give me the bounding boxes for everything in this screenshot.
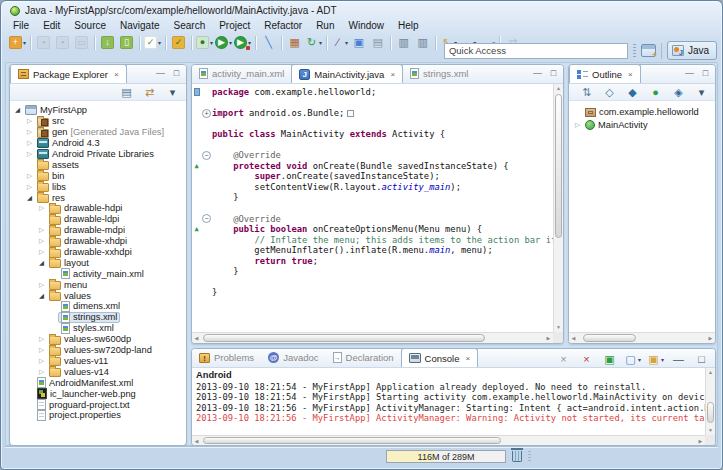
- tree-item-values-v11[interactable]: ▷values-v11: [10, 355, 186, 366]
- dropdown-arrow-icon[interactable]: ▾: [23, 39, 26, 46]
- display-console-icon[interactable]: ▢▾: [624, 351, 641, 368]
- close-icon[interactable]: ×: [628, 70, 633, 79]
- scroll-left-icon[interactable]: ◀: [192, 333, 201, 343]
- android-lint-icon[interactable]: ✓: [170, 34, 187, 51]
- menu-project[interactable]: Project: [212, 19, 257, 32]
- outline-item-mainactivity[interactable]: ▷MainActivity: [569, 118, 715, 131]
- maximize-icon[interactable]: □: [171, 67, 182, 79]
- coverage-icon[interactable]: ↻▾: [305, 34, 322, 51]
- dropdown-arrow-icon[interactable]: ▾: [319, 39, 322, 46]
- collapsed-arrow-icon[interactable]: ▷: [25, 150, 34, 158]
- scroll-up-icon[interactable]: ▲: [554, 84, 563, 93]
- scroll-right-icon[interactable]: ▶: [544, 333, 553, 343]
- fold-column[interactable]: −: [201, 214, 212, 223]
- collapsed-arrow-icon[interactable]: ▷: [37, 357, 46, 365]
- console-horizontal-scrollbar[interactable]: ◀ ▶: [192, 435, 705, 445]
- debug-icon[interactable]: ●▾: [196, 34, 213, 51]
- remove-all-launches-icon[interactable]: ×: [578, 351, 595, 368]
- scroll-down-icon[interactable]: ▼: [706, 426, 715, 435]
- collapsed-arrow-icon[interactable]: ▷: [25, 172, 34, 180]
- tree-item-gen[interactable]: ▷gen[Generated Java Files]: [10, 127, 186, 138]
- menu-edit[interactable]: Edit: [36, 19, 67, 32]
- android-sdk-manager-icon[interactable]: ↓: [99, 34, 116, 51]
- scroll-right-icon[interactable]: ▶: [696, 436, 705, 445]
- tree-item-android-4-3[interactable]: ▷Android 4.3: [10, 138, 186, 149]
- fold-collapse-icon[interactable]: −: [202, 151, 211, 160]
- fold-column[interactable]: +: [201, 109, 212, 118]
- tree-item-res[interactable]: ◢res: [10, 192, 186, 203]
- expanded-arrow-icon[interactable]: ◢: [25, 194, 34, 202]
- scrollbar-thumb[interactable]: [707, 402, 714, 423]
- maximize-icon[interactable]: □: [700, 67, 711, 79]
- collapsed-arrow-icon[interactable]: ▷: [25, 183, 34, 191]
- collapsed-arrow-icon[interactable]: ▷: [37, 248, 46, 256]
- minimize-icon[interactable]: —: [155, 67, 166, 79]
- dropdown-arrow-icon[interactable]: ▾: [248, 39, 251, 46]
- collapse-all-icon[interactable]: ▤: [118, 84, 135, 101]
- tab-mainactivity-java[interactable]: MainActivity.java×: [291, 64, 403, 83]
- tab-problems[interactable]: Problems: [192, 348, 261, 367]
- tree-item-menu[interactable]: ▷menu: [10, 279, 186, 290]
- outline-item-com-example-helloworld[interactable]: com.example.helloworld: [569, 105, 715, 118]
- collapsed-arrow-icon[interactable]: ▷: [37, 346, 46, 354]
- scrollbar-thumb[interactable]: [555, 94, 562, 238]
- expanded-arrow-icon[interactable]: ◢: [37, 259, 46, 267]
- fold-expand-icon[interactable]: +: [202, 109, 211, 118]
- collapsed-region-icon[interactable]: [347, 110, 354, 117]
- code-area[interactable]: package com.example.helloworld;+import a…: [192, 84, 553, 332]
- tasks-icon[interactable]: ▤: [369, 34, 386, 51]
- expanded-arrow-icon[interactable]: ◢: [13, 106, 22, 114]
- tab-package-explorer[interactable]: Package Explorer ×: [10, 64, 127, 83]
- fold-column[interactable]: −: [201, 151, 212, 160]
- menu-navigate[interactable]: Navigate: [113, 19, 166, 32]
- hide-static-icon[interactable]: ◆: [624, 84, 641, 101]
- dropdown-arrow-icon[interactable]: ▾: [661, 356, 664, 363]
- hide-fields-icon[interactable]: ◇: [601, 84, 618, 101]
- console-vertical-scrollbar[interactable]: ▲ ▼: [705, 368, 715, 435]
- collapsed-arrow-icon[interactable]: ▷: [25, 117, 34, 125]
- tree-item-styles-xml[interactable]: styles.xml: [10, 323, 186, 334]
- collapsed-arrow-icon[interactable]: ▷: [25, 139, 34, 147]
- editor-vertical-scrollbar[interactable]: ▲ ▼: [553, 84, 563, 332]
- tab-outline[interactable]: Outline ×: [569, 64, 641, 83]
- dropdown-arrow-icon[interactable]: ▾: [638, 356, 641, 363]
- minimize-icon[interactable]: —: [670, 351, 687, 368]
- open-perspective-icon[interactable]: [641, 44, 656, 57]
- toolbar-drag-handle[interactable]: [633, 44, 636, 58]
- garbage-collect-icon[interactable]: [512, 451, 522, 462]
- dropdown-arrow-icon[interactable]: ▾: [210, 39, 213, 46]
- java-perspective-button[interactable]: Java: [667, 41, 717, 60]
- avd-manager-icon[interactable]: ▯: [118, 34, 135, 51]
- menu-help[interactable]: Help: [391, 19, 426, 32]
- tree-item-libs[interactable]: ▷libs: [10, 181, 186, 192]
- console-output[interactable]: Android 2013-09-10 18:21:54 - MyFirstApp…: [192, 368, 705, 435]
- tree-item-layout[interactable]: ◢layout: [10, 257, 186, 268]
- tab-activity-main-xml[interactable]: activity_main.xml: [192, 64, 291, 83]
- tree-item-dimens-xml[interactable]: dimens.xml: [10, 301, 186, 312]
- pin-console-icon[interactable]: ▣: [601, 351, 618, 368]
- minimize-icon[interactable]: —: [532, 67, 543, 79]
- hide-non-public-icon[interactable]: ●: [647, 84, 664, 101]
- tree-item-drawable-mdpi[interactable]: ▷drawable-mdpi: [10, 225, 186, 236]
- view-menu-icon[interactable]: ▾: [693, 84, 710, 101]
- scroll-left-icon[interactable]: ◀: [569, 333, 578, 343]
- verify-check-icon[interactable]: ✓▾: [144, 34, 161, 51]
- run-icon[interactable]: ▶▾: [215, 34, 232, 51]
- tree-item-myfirstapp[interactable]: ◢MyFirstApp: [10, 105, 186, 116]
- skip-breakpoints-icon[interactable]: ╲: [260, 34, 277, 51]
- scroll-left-icon[interactable]: ◀: [192, 436, 201, 445]
- scroll-right-icon[interactable]: ▶: [706, 333, 715, 343]
- tree-item-values-sw720dp-land[interactable]: ▷values-sw720dp-land: [10, 345, 186, 356]
- menu-refactor[interactable]: Refactor: [257, 19, 309, 32]
- tree-item-values-v14[interactable]: ▷values-v14: [10, 366, 186, 377]
- menu-search[interactable]: Search: [167, 19, 213, 32]
- tree-item-proguard-project-txt[interactable]: proguard-project.txt: [10, 399, 186, 410]
- fold-collapse-icon[interactable]: −: [202, 214, 211, 223]
- tree-item-drawable-hdpi[interactable]: ▷drawable-hdpi: [10, 203, 186, 214]
- format-pencil-icon[interactable]: ∕▾: [331, 34, 348, 51]
- close-icon[interactable]: ×: [390, 70, 395, 79]
- minimize-icon[interactable]: —: [684, 67, 695, 79]
- hide-local-types-icon[interactable]: ◈: [670, 84, 687, 101]
- open-console-icon[interactable]: ▣▾: [647, 351, 664, 368]
- new-wizard-icon[interactable]: +▾: [9, 34, 26, 51]
